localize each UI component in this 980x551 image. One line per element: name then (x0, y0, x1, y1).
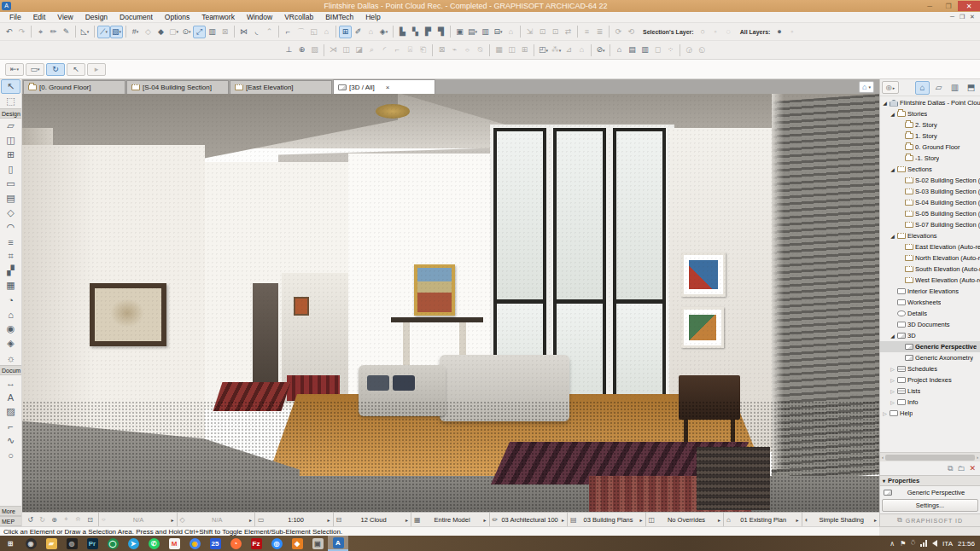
tree-item[interactable]: 3D Documents (880, 319, 980, 330)
tree-item[interactable]: Worksheets (880, 297, 980, 308)
expanded-arrow-icon[interactable]: ◢ (890, 233, 895, 239)
statusbar-n-a[interactable]: ◇N/A▸ (177, 513, 255, 526)
order-icon[interactable]: ▥ (479, 26, 492, 38)
pan-icon[interactable]: ⌖ (61, 514, 72, 525)
adjust-icon[interactable]: ⌃ (263, 26, 276, 38)
project-chooser-button[interactable]: ◎▸ (882, 81, 899, 94)
statusbar-12-cloud[interactable]: ⊟12 Cloud▸ (333, 513, 411, 526)
flag-icon[interactable]: ⚑ (900, 540, 906, 548)
marquee-tool[interactable]: ⬚ (0, 94, 21, 108)
blue-round-app-icon[interactable]: ◎ (266, 536, 287, 551)
point-cloud-ops-icon[interactable]: ⁂▾ (550, 44, 563, 56)
language-indicator[interactable]: ITA (942, 540, 953, 548)
solid-ops-icon[interactable]: ⌂ (320, 26, 333, 38)
tree-item[interactable]: ▷Project Indexes (880, 374, 980, 386)
tree-item[interactable]: 1. Story (880, 130, 980, 142)
all-layers-lock-icon[interactable]: ◦ (785, 26, 798, 38)
tree-item[interactable]: S-05 Building Section (Auto (880, 208, 980, 219)
tab-east-elevation[interactable]: [East Elevation] (230, 80, 332, 94)
editing-plane-icon[interactable]: ▥ (206, 26, 219, 38)
story-levels-icon[interactable]: ⊥ (283, 44, 295, 56)
roof-tool[interactable]: ◇ (0, 206, 21, 220)
tab-3d-all[interactable]: [3D / All]× (333, 79, 435, 94)
send-backward-icon[interactable]: ⇲ (523, 26, 536, 38)
arrow-tool[interactable]: ↖ (1, 79, 20, 94)
slab-tool[interactable]: ▤ (0, 191, 21, 206)
tree-item[interactable]: ◢Sections (880, 164, 980, 175)
circle-tool[interactable]: ○ (0, 448, 21, 462)
autogroup-icon[interactable]: ▤▾ (466, 26, 479, 38)
split-icon[interactable]: ⋈ (237, 26, 250, 38)
tree-item[interactable]: ▷Lists (880, 386, 980, 397)
guide-lines-icon[interactable]: ◺▾ (79, 26, 91, 38)
tree-item[interactable]: S-02 Building Section (Auto (880, 175, 980, 186)
explore-arrow-icon[interactable]: ↖ (67, 63, 85, 76)
gmail-icon[interactable]: M (164, 536, 184, 551)
snap-range-icon[interactable]: ▢▾ (167, 26, 180, 38)
expanded-arrow-icon[interactable]: ◢ (890, 111, 895, 117)
distribute-icon[interactable]: ≣ (593, 26, 606, 38)
network-icon[interactable] (920, 540, 927, 547)
intersect-icon[interactable]: ⌒ (295, 26, 307, 38)
tree-item[interactable]: ◢Flintshire Dallas - Point Cloud (880, 97, 980, 108)
viewport-3d[interactable] (22, 94, 879, 512)
scroll-left-icon[interactable]: ‹ (882, 455, 884, 460)
pick-up-parameters-icon[interactable]: ⌖ (34, 26, 47, 38)
tree-item[interactable]: S-03 Building Section (Auto (880, 186, 980, 197)
expanded-arrow-icon[interactable]: ◢ (882, 100, 888, 106)
menu-design[interactable]: Design (79, 13, 114, 21)
layout-book-tab[interactable]: ▥ (948, 81, 962, 95)
dock-palette-icon[interactable]: ⇤▾ (5, 63, 24, 76)
archicad-taskbar-icon[interactable]: A (328, 536, 348, 551)
stair-tool[interactable]: ≡ (0, 235, 21, 249)
split-line-icon[interactable]: ⋊ (327, 44, 340, 56)
inject-settings-icon[interactable]: ✎ (60, 26, 73, 38)
statusbar-03-building-plans[interactable]: ▤03 Building Plans▸ (567, 513, 645, 526)
toolbox-section-design[interactable]: Design (0, 108, 21, 119)
tree-item[interactable]: East Elevation (Auto-rebuil (880, 241, 980, 252)
maximize-button[interactable]: ❐ (939, 1, 958, 11)
menu-window[interactable]: Window (241, 13, 278, 21)
bring-forward-icon[interactable]: ⊡ (536, 26, 549, 38)
tree-item[interactable]: Generic Axonometry (880, 352, 980, 363)
premiere-like-app-icon[interactable]: Pr (82, 536, 102, 551)
tree-item[interactable]: North Elevation (Auto-rebu (880, 252, 980, 264)
hatch-override-icon[interactable]: ▦ (493, 44, 505, 56)
green-ring-app-icon[interactable]: ◯ (102, 536, 123, 551)
corner-tool-icon[interactable]: ⌐ (391, 44, 404, 56)
polyline-edit-icon[interactable]: ⌁ (448, 44, 461, 56)
graphisoft-id-bar[interactable]: ⧉ GRAPHISOFT ID (880, 513, 980, 526)
suspend-groups-icon[interactable]: ⊠ (219, 26, 231, 38)
refresh-icon[interactable]: ⟲ (625, 26, 638, 38)
align-icon[interactable]: ≡ (580, 26, 593, 38)
tree-item[interactable]: ▷Help (880, 408, 980, 419)
xref-manager-icon[interactable]: ▤ (626, 44, 639, 56)
shell-tool[interactable]: ◠ (0, 220, 21, 235)
view-marquee-icon[interactable]: ▨ (308, 44, 321, 56)
tree-item[interactable]: ▷Schedules (880, 363, 980, 374)
title-bar[interactable]: A Flintshire Dallas - Point Cloud Rec. -… (0, 0, 980, 12)
menu-document[interactable]: Document (114, 13, 159, 21)
collapsed-arrow-icon[interactable]: ▷ (890, 377, 895, 383)
whatsapp-icon[interactable]: ✆ (143, 536, 164, 551)
toolbox-section-docum[interactable]: Docum (0, 365, 21, 375)
row3-more-icon[interactable]: ▸ (87, 63, 106, 76)
window-orientation-icon[interactable]: ⊞ (518, 44, 531, 56)
mirror-copy-icon[interactable]: ◫ (340, 44, 353, 56)
layer-ops-icon[interactable]: ⊡ (549, 26, 562, 38)
orbit-icon[interactable]: ↻ (46, 63, 65, 76)
lamp-tool[interactable]: ☼ (0, 351, 21, 365)
tree-item[interactable]: Generic Perspective (880, 341, 980, 352)
start-button[interactable]: ⊞ (0, 536, 20, 551)
walk-icon[interactable]: ⍾ (73, 514, 84, 525)
lock-icon[interactable]: ⊙▾ (180, 26, 193, 38)
fill-tool[interactable]: ▨ (0, 404, 21, 419)
spline-edit-icon[interactable]: ⌔ (461, 44, 474, 56)
tree-item[interactable]: 2. Story (880, 119, 980, 130)
morph-tool[interactable]: ◈ (0, 336, 21, 351)
beam-tool[interactable]: ▭ (0, 177, 21, 191)
tree-item[interactable]: ◢Elevations (880, 230, 980, 241)
new-folder-icon[interactable]: 🗀 (957, 464, 965, 473)
inject-parameters-icon[interactable]: ✏ (47, 26, 60, 38)
arc-segment-icon[interactable]: ◜ (378, 44, 391, 56)
